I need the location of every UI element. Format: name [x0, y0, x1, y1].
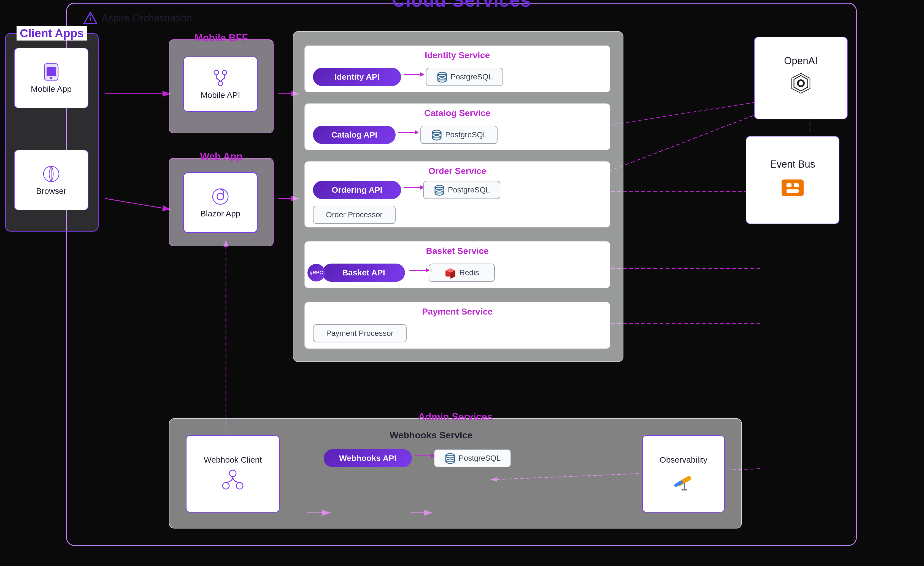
- basket-service-title: Basket Service: [426, 246, 489, 256]
- webhooks-api-pill: Webhooks API: [324, 449, 412, 467]
- svg-point-32: [217, 193, 224, 200]
- diagram-root: Cloud Services Aspire Orchestration Mobi…: [0, 0, 924, 566]
- openai-icon: [786, 71, 816, 101]
- mobile-app-icon: [42, 62, 61, 81]
- svg-point-52: [230, 470, 236, 477]
- identity-postgresql-box: PostgreSQL: [426, 68, 503, 86]
- client-apps-title: Client Apps: [16, 26, 87, 41]
- svg-rect-48: [794, 183, 799, 187]
- identity-api-pill: Identity API: [313, 68, 401, 86]
- svg-point-51: [799, 81, 803, 86]
- browser-card: Browser: [14, 150, 88, 210]
- svg-point-25: [222, 70, 227, 75]
- svg-rect-41: [435, 187, 444, 193]
- webhook-client-box: Webhook Client: [186, 435, 280, 513]
- order-service-title: Order Service: [428, 166, 486, 176]
- webhooks-service-title: Webhooks Service: [390, 430, 473, 441]
- web-app-container: Web App Blazor App: [169, 158, 274, 246]
- svg-line-29: [216, 78, 220, 81]
- observability-label: Observability: [660, 455, 707, 465]
- basket-api-pill: Basket API: [322, 263, 405, 282]
- svg-rect-64: [46, 67, 56, 76]
- postgresql-icon-2: [431, 129, 442, 141]
- svg-rect-46: [782, 179, 804, 196]
- svg-rect-49: [786, 190, 799, 193]
- catalog-service-title: Catalog Service: [424, 108, 490, 118]
- redis-box: Redis: [429, 263, 495, 282]
- identity-service-title: Identity Service: [425, 50, 490, 60]
- mobile-bff-title: Mobile BFF: [195, 32, 248, 44]
- postgresql-icon-3: [434, 184, 445, 196]
- aspire-label: Aspire Orchestration: [84, 11, 192, 25]
- webhooks-service-box: Webhooks Service Webhooks API: [307, 430, 555, 515]
- blazor-icon: [211, 187, 230, 206]
- svg-point-24: [214, 70, 219, 75]
- browser-icon: [42, 164, 61, 184]
- aspire-icon: [84, 11, 97, 25]
- ordering-api-pill: Ordering API: [313, 181, 401, 199]
- mobile-app-card: Mobile App: [14, 48, 88, 108]
- blazor-app-card: Blazor App: [183, 172, 258, 233]
- mobile-api-label: Mobile API: [201, 90, 240, 100]
- browser-label: Browser: [36, 187, 66, 196]
- aspire-text: Aspire Orchestration: [102, 12, 192, 24]
- order-processor-box: Order Processor: [313, 206, 396, 224]
- client-apps-container: Client Apps Mobile App Browser: [5, 33, 99, 232]
- postgresql-icon-admin: [444, 452, 456, 464]
- catalog-service-box: Catalog Service Catalog API PostgreSQL: [304, 103, 610, 150]
- svg-point-53: [223, 482, 229, 489]
- event-bus-icon: [779, 174, 806, 202]
- mobile-api-card: Mobile API: [183, 57, 258, 111]
- catalog-db-label: PostgreSQL: [445, 130, 488, 139]
- svg-rect-57: [446, 456, 454, 461]
- admin-db-label: PostgreSQL: [459, 454, 501, 463]
- observability-icon: [671, 468, 696, 493]
- services-area: Identity Service Identity API: [293, 31, 624, 362]
- mobile-api-icon: [211, 68, 230, 88]
- catalog-postgresql-box: PostgreSQL: [420, 126, 498, 144]
- svg-point-54: [236, 482, 243, 489]
- basket-service-box: Basket Service gRPC Basket API: [304, 241, 610, 288]
- webhook-client-label: Webhook Client: [204, 455, 262, 465]
- web-app-title: Web App: [200, 151, 242, 163]
- grpc-badge: gRPC: [308, 264, 325, 281]
- admin-postgresql-box: PostgreSQL: [434, 449, 511, 467]
- event-bus-box: Event Bus: [746, 136, 839, 224]
- openai-box: OpenAI: [754, 37, 848, 119]
- svg-point-31: [213, 189, 228, 204]
- svg-line-30: [220, 78, 225, 81]
- cloud-services-container: Cloud Services Aspire Orchestration Mobi…: [66, 3, 857, 546]
- order-service-box: Order Service Ordering API PostgreSQL: [304, 161, 610, 227]
- svg-point-26: [218, 81, 223, 86]
- postgresql-icon: [436, 71, 448, 83]
- svg-rect-47: [786, 183, 792, 187]
- identity-db-label: PostgreSQL: [451, 72, 493, 81]
- identity-service-box: Identity Service Identity API: [304, 45, 610, 92]
- catalog-api-pill: Catalog API: [313, 126, 396, 144]
- payment-service-title: Payment Service: [422, 307, 493, 317]
- observability-box: Observability: [642, 435, 725, 513]
- redis-label: Redis: [459, 268, 479, 277]
- svg-point-23: [90, 15, 91, 16]
- mobile-bff-container: Mobile BFF Mobile API: [169, 39, 274, 133]
- admin-services-container: Admin Services Webhook Client Webhooks S…: [169, 418, 742, 528]
- cloud-services-title: Cloud Services: [392, 0, 531, 11]
- blazor-app-label: Blazor App: [200, 209, 240, 218]
- payment-service-box: Payment Service Payment Processor: [304, 302, 610, 349]
- order-db-label: PostgreSQL: [448, 185, 490, 194]
- admin-services-title: Admin Services: [418, 411, 493, 423]
- mobile-app-label: Mobile App: [31, 84, 72, 94]
- openai-title: OpenAI: [784, 55, 818, 67]
- redis-icon: [444, 266, 456, 279]
- svg-point-65: [50, 77, 52, 79]
- order-postgresql-box: PostgreSQL: [423, 181, 500, 199]
- payment-processor-box: Payment Processor: [313, 324, 406, 342]
- event-bus-title: Event Bus: [770, 158, 815, 170]
- svg-rect-38: [432, 132, 441, 138]
- webhook-icon: [220, 468, 245, 493]
